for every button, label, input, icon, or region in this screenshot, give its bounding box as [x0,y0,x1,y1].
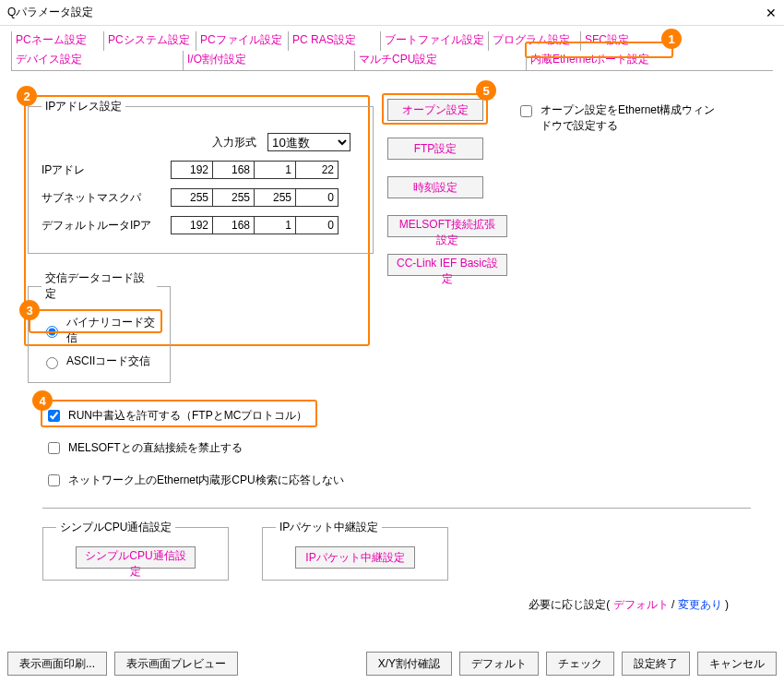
tab-pcsystem[interactable]: PCシステム設定 [103,31,196,51]
cclink-button[interactable]: CC-Link IEF Basic設定 [387,254,507,276]
ip-relay-button[interactable]: IPパケット中継設定 [295,546,415,569]
tab-pcfile[interactable]: PCファイル設定 [196,31,288,51]
default-button[interactable]: デフォルト [459,652,539,676]
xy-confirm-button[interactable]: X/Y割付確認 [366,652,452,676]
tab-ethernet[interactable]: 内蔵Ethernetポート設定 [526,51,697,70]
callout-2: 2 [17,86,37,106]
code-legend: 交信データコード設定 [42,270,157,302]
tab-pcras[interactable]: PC RAS設定 [288,31,380,51]
open-in-ethernet-window-label: オープン設定をEthernet構成ウィンドウで設定する [540,102,719,134]
ip-group: IPアドレス設定 入力形式 10進数 IPアドレ サブネットマスクパ [28,99,374,254]
ipaddr-field[interactable] [171,161,339,179]
binary-code-label: バイナリコード交信 [66,315,157,346]
callout-4: 4 [32,390,53,411]
gw-oct-2[interactable] [213,217,255,234]
tab-strip: PCネーム設定 PCシステム設定 PCファイル設定 PC RAS設定 ブートファ… [0,26,784,71]
forbid-melsoft-direct-check[interactable] [48,442,60,454]
sn-oct-2[interactable] [213,189,255,206]
open-settings-button[interactable]: オープン設定 [387,99,483,121]
need-line: 必要に応じ設定( デフォルト / 変更あり ) [28,581,766,613]
tab-bootfile[interactable]: ブートファイル設定 [380,31,488,51]
preview-button[interactable]: 表示画面プレビュー [114,652,238,676]
ipaddr-label: IPアドレ [42,162,171,178]
gateway-label: デフォルトルータIPア [42,218,171,234]
tab-device[interactable]: デバイス設定 [11,51,183,70]
no-respond-search-label: ネットワーク上のEthernet内蔵形CPU検索に応答しない [68,473,344,488]
sn-oct-3[interactable] [255,189,296,206]
print-button[interactable]: 表示画面印刷... [7,652,107,676]
callout-5: 5 [476,80,496,101]
subnet-label: サブネットマスクパ [42,190,171,206]
close-icon[interactable]: ✕ [766,6,777,20]
gw-oct-3[interactable] [255,217,296,234]
ip-oct-1[interactable] [172,162,213,178]
bottom-bar: 表示画面印刷... 表示画面プレビュー X/Y割付確認 デフォルト チェック 設… [0,644,784,683]
ip-oct-2[interactable] [213,162,255,178]
melsoft-ext-button[interactable]: MELSOFT接続拡張設定 [387,215,507,237]
gw-oct-4[interactable] [296,217,338,234]
subnet-field[interactable] [171,188,339,207]
input-format-select[interactable]: 10進数 [267,133,350,151]
finish-button[interactable]: 設定終了 [622,652,690,676]
callout-3: 3 [19,300,40,320]
simple-cpu-group: シンプルCPU通信設定 シンプルCPU通信設定 [42,520,229,581]
binary-code-radio[interactable] [46,326,58,338]
content-area: 2 IPアドレス設定 入力形式 10進数 IPアドレ サブネットマスクパ [0,71,784,613]
time-settings-button[interactable]: 時刻設定 [387,176,483,198]
cancel-button[interactable]: キャンセル [697,652,777,676]
callout-1: 1 [661,29,682,49]
ip-oct-4[interactable] [296,162,338,178]
allow-run-write-label: RUN中書込を許可する（FTPとMCプロトコル） [68,408,307,424]
tab-sfc[interactable]: SFC設定 [580,31,636,51]
changed-text: 変更あり [678,598,722,611]
forbid-melsoft-direct-label: MELSOFTとの直結接続を禁止する [68,440,243,456]
ip-legend: IPアドレス設定 [42,99,125,114]
tab-io[interactable]: I/O割付設定 [183,51,354,70]
no-respond-search-check[interactable] [48,474,60,486]
ip-relay-group: IPパケット中継設定 IPパケット中継設定 [262,520,448,581]
ascii-code-radio[interactable] [46,357,58,369]
ascii-code-label: ASCIIコード交信 [66,353,150,369]
tab-multicpu[interactable]: マルチCPU設定 [354,51,526,70]
input-format-label: 入力形式 [212,135,256,150]
separator [42,508,751,509]
options-area: 4 RUN中書込を許可する（FTPとMCプロトコル） MELSOFTとの直結接続… [28,400,766,497]
code-group: 交信データコード設定 3 バイナリコード交信 ASCIIコード交信 [28,270,171,383]
ip-oct-3[interactable] [255,162,296,178]
sn-oct-1[interactable] [172,189,213,206]
ftp-settings-button[interactable]: FTP設定 [387,138,483,160]
tab-program[interactable]: プログラム設定 [488,31,580,51]
simple-cpu-legend: シンプルCPU通信設定 [56,520,175,535]
default-text: デフォルト [613,598,669,611]
ip-relay-legend: IPパケット中継設定 [276,520,382,535]
open-in-ethernet-window-check[interactable] [520,105,532,117]
tab-pcname[interactable]: PCネーム設定 [11,31,103,51]
check-button[interactable]: チェック [546,652,614,676]
sn-oct-4[interactable] [296,189,338,206]
gw-oct-1[interactable] [172,217,213,234]
simple-cpu-button[interactable]: シンプルCPU通信設定 [76,546,196,569]
window-title: Qパラメータ設定 [7,5,93,20]
gateway-field[interactable] [171,216,339,234]
allow-run-write-check[interactable] [48,410,60,422]
